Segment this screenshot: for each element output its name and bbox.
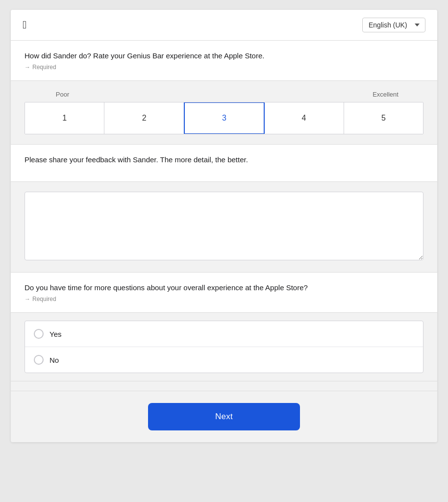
radio-circle-yes: [34, 329, 44, 339]
divider: [11, 381, 437, 391]
radio-label-no: No: [50, 356, 59, 364]
question2-text: Please share your feedback with Sander. …: [25, 154, 423, 165]
radio-section: Yes No: [11, 313, 437, 381]
question3-required: Required: [25, 296, 423, 302]
rating-label-excellent: Excellent: [348, 91, 423, 98]
header:  English (UK): [11, 10, 437, 41]
question1-section: How did Sander do? Rate your Genius Bar …: [11, 41, 437, 81]
rating-btn-4[interactable]: 4: [264, 102, 344, 134]
radio-option-yes[interactable]: Yes: [25, 321, 423, 347]
question1-required: Required: [25, 64, 423, 71]
apple-logo-icon: : [23, 20, 26, 30]
question3-text: Do you have time for more questions abou…: [25, 282, 423, 293]
language-select[interactable]: English (UK): [362, 18, 425, 32]
rating-label-poor: Poor: [25, 91, 100, 98]
next-button[interactable]: Next: [148, 403, 300, 430]
radio-circle-no: [34, 355, 44, 365]
rating-btn-5[interactable]: 5: [344, 102, 423, 134]
rating-buttons: 1 2 3 4 5: [25, 102, 423, 134]
language-select-wrapper[interactable]: English (UK): [362, 18, 425, 32]
rating-btn-1[interactable]: 1: [25, 102, 104, 134]
question1-text: How did Sander do? Rate your Genius Bar …: [25, 50, 423, 61]
rating-section: Poor Excellent 1 2 3 4 5: [11, 81, 437, 145]
feedback-textarea[interactable]: [25, 192, 423, 260]
radio-option-no[interactable]: No: [25, 347, 423, 373]
rating-btn-3[interactable]: 3: [184, 102, 265, 134]
question3-section: Do you have time for more questions abou…: [11, 273, 437, 313]
next-section: Next: [11, 391, 437, 442]
textarea-section: [11, 182, 437, 273]
rating-labels: Poor Excellent: [25, 91, 423, 98]
radio-group: Yes No: [25, 321, 423, 373]
question2-section: Please share your feedback with Sander. …: [11, 145, 437, 182]
rating-btn-2[interactable]: 2: [104, 102, 184, 134]
survey-container:  English (UK) How did Sander do? Rate y…: [11, 10, 437, 442]
radio-label-yes: Yes: [50, 330, 61, 338]
